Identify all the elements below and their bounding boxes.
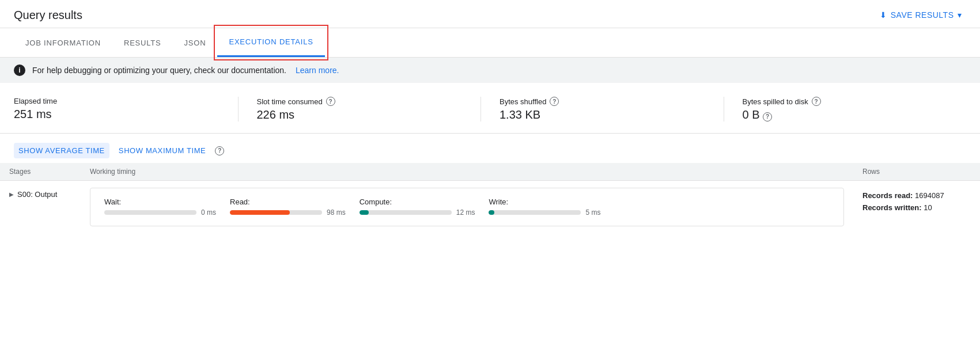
timing-write-bar-row: 5 ms <box>489 208 600 217</box>
timing-wait-bar-row: 0 ms <box>104 208 216 217</box>
tabs-bar: JOB INFORMATION RESULTS JSON EXECUTION D… <box>0 28 980 58</box>
save-results-label: SAVE RESULTS <box>891 10 954 20</box>
timing-read-value: 98 ms <box>327 208 346 217</box>
show-maximum-time-button[interactable]: SHOW MAXIMUM TIME <box>114 143 211 158</box>
timing-container: Wait: 0 ms Read: <box>90 188 844 226</box>
stat-bytes-spilled: Bytes spilled to disk ? 0 B ? <box>743 97 967 122</box>
timing-wait-bar-track <box>104 210 196 215</box>
stat-slot-time: Slot time consumed ? 226 ms <box>257 97 482 122</box>
timing-wait: Wait: 0 ms <box>104 198 216 217</box>
header: Query results ⬇ SAVE RESULTS ▾ <box>0 0 980 28</box>
timing-read-bar-row: 98 ms <box>230 208 346 217</box>
col-header-stages: Stages <box>0 163 81 181</box>
info-icon: i <box>14 64 25 76</box>
stat-bytes-spilled-value: 0 B ? <box>743 108 948 122</box>
stages-table: Stages Working timing Rows ▶ S00: Output… <box>0 163 980 233</box>
stat-slot-time-label: Slot time consumed ? <box>257 97 463 106</box>
stat-bytes-shuffled: Bytes shuffled ? 1.33 KB <box>500 97 724 122</box>
info-banner-text: For help debugging or optimizing your qu… <box>32 66 286 75</box>
rows-info-cell: Records read: 1694087 Records written: 1… <box>853 181 980 234</box>
slot-time-help-icon[interactable]: ? <box>326 97 335 106</box>
records-written-value: 10 <box>924 203 932 212</box>
col-header-working-timing: Working timing <box>81 163 853 181</box>
timing-write-value: 5 ms <box>585 208 600 217</box>
timing-read-bar-track <box>230 210 322 215</box>
stat-slot-time-value: 226 ms <box>257 108 463 122</box>
timing-cell: Wait: 0 ms Read: <box>81 181 853 234</box>
save-results-button[interactable]: ⬇ SAVE RESULTS ▾ <box>875 7 966 23</box>
col-header-rows: Rows <box>853 163 980 181</box>
stat-bytes-shuffled-label: Bytes shuffled ? <box>500 97 705 106</box>
timing-compute-bar-row: 12 ms <box>360 208 475 217</box>
timing-write-bar-track <box>489 210 581 215</box>
timing-compute-label: Compute: <box>360 198 475 206</box>
stage-name: S00: Output <box>17 190 57 199</box>
bytes-spilled-help-icon[interactable]: ? <box>812 97 821 106</box>
timing-write-bar-fill <box>489 210 494 215</box>
stage-label-cell: ▶ S00: Output <box>0 181 81 234</box>
bytes-spilled-value-help-icon[interactable]: ? <box>763 112 772 122</box>
timing-help-icon[interactable]: ? <box>215 146 224 155</box>
rows-info: Records read: 1694087 Records written: 1… <box>862 185 971 214</box>
records-written-line: Records written: 10 <box>862 202 971 214</box>
download-icon: ⬇ <box>880 10 887 20</box>
records-read-value: 1694087 <box>915 191 944 200</box>
tab-json[interactable]: JSON <box>173 29 218 56</box>
timing-wait-label: Wait: <box>104 198 216 206</box>
timing-read-bar-fill <box>230 210 290 215</box>
stat-elapsed-time-label: Elapsed time <box>14 97 220 105</box>
records-read-label: Records read: <box>862 191 913 200</box>
chevron-right-icon[interactable]: ▶ <box>9 191 14 198</box>
stat-elapsed-time: Elapsed time 251 ms <box>14 97 239 122</box>
table-row: ▶ S00: Output Wait: 0 ms <box>0 181 980 234</box>
timing-compute-value: 12 ms <box>456 208 475 217</box>
records-written-label: Records written: <box>862 203 922 212</box>
timing-compute-bar-fill <box>360 210 369 215</box>
timing-write-label: Write: <box>489 198 600 206</box>
timing-read-label: Read: <box>230 198 346 206</box>
timing-wait-value: 0 ms <box>201 208 216 217</box>
stats-row: Elapsed time 251 ms Slot time consumed ?… <box>0 83 980 134</box>
records-read-line: Records read: 1694087 <box>862 190 971 202</box>
page-title: Query results <box>14 9 82 22</box>
timing-compute-bar-track <box>360 210 452 215</box>
learn-more-link[interactable]: Learn more. <box>296 66 339 75</box>
tab-results[interactable]: RESULTS <box>112 29 173 56</box>
stat-bytes-shuffled-value: 1.33 KB <box>500 108 705 122</box>
info-banner: i For help debugging or optimizing your … <box>0 58 980 83</box>
bytes-shuffled-help-icon[interactable]: ? <box>550 97 559 106</box>
timing-read: Read: 98 ms <box>230 198 346 217</box>
toggle-row: SHOW AVERAGE TIME SHOW MAXIMUM TIME ? <box>0 134 980 163</box>
stage-row-label: ▶ S00: Output <box>9 185 71 199</box>
chevron-down-icon: ▾ <box>958 10 962 20</box>
timing-write: Write: 5 ms <box>489 198 600 217</box>
stat-bytes-spilled-label: Bytes spilled to disk ? <box>743 97 948 106</box>
stat-elapsed-time-value: 251 ms <box>14 108 220 121</box>
show-average-time-button[interactable]: SHOW AVERAGE TIME <box>14 143 109 158</box>
tab-execution-details[interactable]: EXECUTION DETAILS <box>217 28 324 57</box>
timing-compute: Compute: 12 ms <box>360 198 475 217</box>
table-header-row: Stages Working timing Rows <box>0 163 980 181</box>
tab-job-information[interactable]: JOB INFORMATION <box>14 29 112 56</box>
